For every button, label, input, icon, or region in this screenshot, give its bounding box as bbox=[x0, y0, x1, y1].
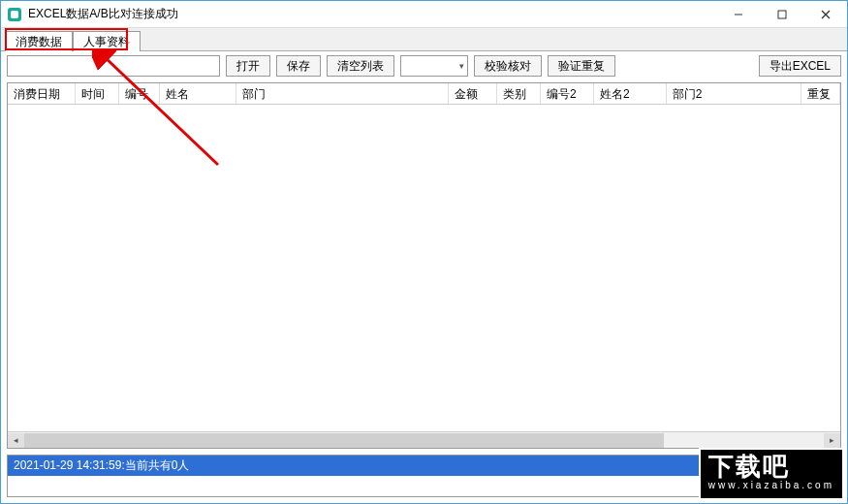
table-body bbox=[8, 105, 840, 431]
tab-label: 消费数据 bbox=[16, 35, 62, 48]
column-header[interactable]: 部门2 bbox=[667, 83, 801, 104]
svg-rect-1 bbox=[11, 11, 18, 18]
chevron-down-icon: ▾ bbox=[459, 61, 464, 71]
close-button[interactable] bbox=[803, 1, 847, 27]
scroll-right-icon[interactable]: ▸ bbox=[824, 433, 840, 448]
column-header[interactable]: 重复 bbox=[801, 83, 840, 104]
data-table: 消费日期时间编号姓名部门金额类别编号2姓名2部门2重复 ◂ ▸ bbox=[7, 82, 841, 449]
verify-button[interactable]: 校验核对 bbox=[474, 55, 542, 77]
tab-consumption-data[interactable]: 消费数据 bbox=[5, 31, 73, 51]
window-title: EXCEL数据A/B比对连接成功 bbox=[28, 6, 716, 22]
maximize-button[interactable] bbox=[760, 1, 803, 27]
save-button[interactable]: 保存 bbox=[276, 55, 321, 77]
toolbar: 打开 保存 清空列表 ▾ 校验核对 验证重复 导出EXCEL bbox=[1, 51, 847, 80]
scroll-track[interactable] bbox=[24, 433, 824, 448]
horizontal-scrollbar[interactable]: ◂ ▸ bbox=[8, 431, 840, 448]
export-excel-button[interactable]: 导出EXCEL bbox=[759, 55, 841, 77]
check-duplicate-button[interactable]: 验证重复 bbox=[548, 55, 615, 77]
window-controls bbox=[716, 1, 847, 27]
column-header[interactable]: 时间 bbox=[76, 83, 119, 104]
tab-label: 人事资料 bbox=[83, 35, 130, 48]
column-header[interactable]: 姓名2 bbox=[594, 83, 667, 104]
column-header[interactable]: 金额 bbox=[449, 83, 497, 104]
column-header[interactable]: 消费日期 bbox=[8, 83, 76, 104]
status-message: 2021-01-29 14:31:59:当前共有0人 bbox=[8, 456, 840, 476]
scroll-thumb[interactable] bbox=[24, 433, 664, 448]
filter-dropdown[interactable]: ▾ bbox=[400, 55, 468, 77]
open-button[interactable]: 打开 bbox=[226, 55, 270, 77]
tabs: 消费数据 人事资料 bbox=[1, 28, 847, 51]
table-header: 消费日期时间编号姓名部门金额类别编号2姓名2部门2重复 bbox=[8, 83, 840, 105]
titlebar: EXCEL数据A/B比对连接成功 bbox=[1, 1, 847, 28]
column-header[interactable]: 类别 bbox=[497, 83, 541, 104]
scroll-left-icon[interactable]: ◂ bbox=[8, 433, 24, 448]
app-window: EXCEL数据A/B比对连接成功 消费数据 人事资料 打开 保存 清空列表 bbox=[0, 0, 848, 504]
svg-rect-3 bbox=[778, 11, 786, 18]
column-header[interactable]: 编号2 bbox=[541, 83, 594, 104]
column-header[interactable]: 编号 bbox=[119, 83, 160, 104]
column-header[interactable]: 姓名 bbox=[160, 83, 237, 104]
tab-personnel-data[interactable]: 人事资料 bbox=[73, 31, 141, 51]
app-icon bbox=[7, 7, 22, 22]
file-path-input[interactable] bbox=[7, 55, 220, 77]
column-header[interactable]: 部门 bbox=[236, 83, 449, 104]
status-panel: 2021-01-29 14:31:59:当前共有0人 bbox=[7, 455, 841, 497]
clear-list-button[interactable]: 清空列表 bbox=[327, 55, 394, 77]
minimize-button[interactable] bbox=[716, 1, 760, 27]
